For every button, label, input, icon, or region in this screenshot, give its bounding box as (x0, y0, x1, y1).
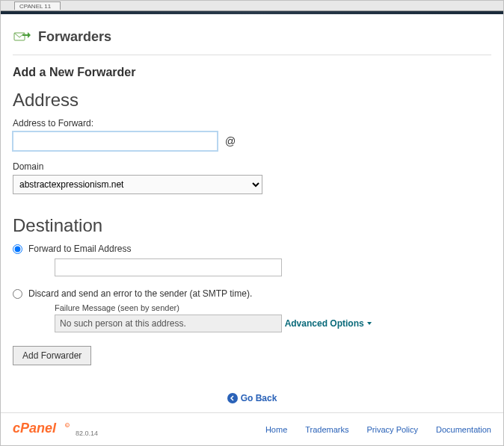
go-back-link[interactable]: Go Back (227, 393, 277, 403)
forward-to-email-input[interactable] (55, 258, 282, 276)
page-title: Forwarders (38, 29, 111, 45)
footer-privacy-link[interactable]: Privacy Policy (367, 425, 418, 434)
failure-message-input (55, 315, 282, 332)
chevron-down-icon (367, 322, 372, 325)
failure-message-label: Failure Message (seen by sender) (55, 303, 491, 312)
go-back-label: Go Back (241, 393, 277, 403)
discard-radio[interactable] (13, 289, 22, 299)
address-to-forward-input[interactable] (13, 131, 218, 151)
section-heading: Add a New Forwarder (13, 66, 491, 79)
footer-home-link[interactable]: Home (265, 425, 287, 434)
window-titlebar: CPANEL 11 (1, 1, 503, 11)
forwarders-icon (13, 28, 31, 46)
cpanel-logo: cPanel R (13, 421, 71, 438)
footer-links: Home Trademarks Privacy Policy Documenta… (265, 425, 491, 434)
svg-text:cPanel: cPanel (13, 421, 57, 436)
domain-select[interactable]: abstractexpressionism.net (13, 175, 262, 194)
at-symbol: @ (225, 135, 236, 147)
forward-to-email-label: Forward to Email Address (28, 244, 131, 254)
footer: cPanel R 82.0.14 Home Trademarks Privacy… (1, 412, 503, 445)
window-tab[interactable]: CPANEL 11 (14, 1, 61, 10)
advanced-options-label: Advanced Options (285, 318, 364, 329)
advanced-options-toggle[interactable]: Advanced Options (285, 318, 372, 329)
footer-docs-link[interactable]: Documentation (436, 425, 491, 434)
address-heading: Address (13, 90, 491, 111)
discard-label: Discard and send an error to the sender … (28, 288, 252, 299)
address-to-forward-label: Address to Forward: (13, 118, 491, 128)
add-forwarder-button[interactable]: Add Forwarder (13, 346, 91, 365)
footer-trademarks-link[interactable]: Trademarks (305, 425, 348, 434)
forward-to-email-radio[interactable] (13, 244, 22, 254)
app-frame: CPANEL 11 Forwarders Add a New Forwarder… (0, 0, 504, 446)
domain-label: Domain (13, 161, 491, 172)
destination-heading: Destination (13, 215, 491, 236)
footer-logo-row: cPanel R 82.0.14 (13, 421, 98, 438)
page-header: Forwarders (13, 25, 491, 55)
main-content: Forwarders Add a New Forwarder Address A… (1, 14, 503, 403)
arrow-left-circle-icon (227, 393, 238, 403)
version-text: 82.0.14 (76, 430, 98, 437)
